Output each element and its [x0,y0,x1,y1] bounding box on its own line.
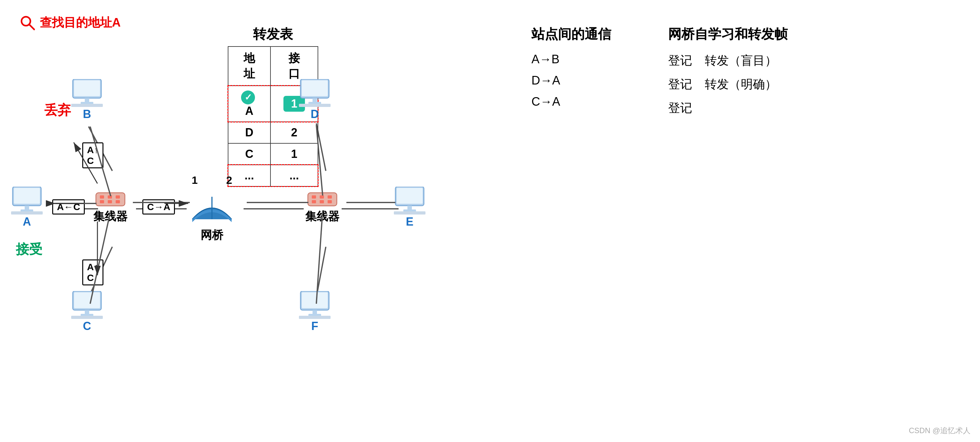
svg-rect-25 [85,310,89,315]
bridge-label: 网桥 [200,227,223,243]
computer-e-label: E [406,215,414,229]
svg-rect-43 [96,193,125,206]
svg-rect-48 [108,200,112,204]
svg-rect-54 [312,200,316,204]
left-hub-icon [95,190,126,209]
comm-entry-2: C→A [531,95,611,108]
main-container: 查找目的地址A 转发表 地址 接口 ✓A 1 [0,0,980,442]
right-hub: 集线器 [305,190,339,224]
svg-rect-32 [299,104,331,107]
computer-c-label: C [83,320,91,333]
svg-rect-24 [74,293,100,308]
right-hub-icon [307,190,338,209]
bridge-action-0: 登记 [668,52,692,68]
svg-rect-27 [71,316,103,319]
bridge-action-1: 登记 [668,76,692,92]
frame-c-right-a: C→A [142,199,175,215]
computer-d: D [298,79,332,121]
computer-c-icon [70,291,104,320]
computer-a: A [10,187,44,229]
bridge-action-2: 登记 [668,100,692,116]
port-d: 2 [270,122,318,143]
svg-rect-22 [71,104,103,107]
svg-rect-20 [85,98,89,102]
watermark: CSDN @追忆术人 [909,426,970,436]
comm-entry-0: A→B [531,52,611,66]
bridge-entry-0: 登记 转发（盲目） [668,52,788,68]
svg-rect-44 [100,196,104,199]
svg-rect-45 [108,196,112,199]
svg-line-6 [317,247,326,297]
table-row-dots: ... ... [228,165,318,186]
computer-f: F [298,291,332,333]
comm-text-0: A→B [531,52,560,66]
svg-rect-49 [116,200,120,204]
bridge-learning-col: 网桥自学习和转发帧 登记 转发（盲目） 登记 转发（明确） 登记 [668,25,788,124]
bridge-detail-1: 转发（明确） [705,76,777,92]
search-label: 查找目的地址A [19,14,121,31]
computer-e-icon [392,187,427,215]
svg-rect-47 [100,200,104,204]
search-icon [19,14,35,31]
table-row-c: C 1 [228,143,318,165]
addr-c: C [228,143,270,165]
svg-rect-52 [320,196,324,199]
svg-rect-19 [74,80,100,96]
comm-text-2: C→A [531,95,560,108]
svg-rect-55 [320,200,324,204]
col-header-addr: 地址 [228,46,270,86]
computer-e: E [392,187,427,229]
computer-c: C [70,291,104,333]
svg-rect-51 [312,196,316,199]
svg-rect-30 [313,98,317,102]
port-dots: ... [270,165,318,186]
table-row-d: D 2 [228,122,318,143]
svg-rect-42 [299,316,331,319]
svg-rect-34 [397,188,423,204]
comm-entry-1: D→A [531,74,611,87]
bridge-learning-title: 网桥自学习和转发帧 [668,25,788,43]
bridge-port-2-label: 2 [226,174,232,186]
bridge-entry-2: 登记 [668,100,788,116]
svg-rect-17 [11,211,43,215]
bridge-detail-0: 转发（盲目） [705,52,777,68]
svg-rect-39 [302,293,328,308]
svg-rect-29 [302,80,328,96]
computer-b: B [70,79,104,121]
svg-rect-50 [308,193,337,206]
svg-rect-14 [14,188,40,204]
port-c: 1 [270,143,318,165]
frame-ac-to-c: A↑C [82,259,103,285]
addr-d: D [228,122,270,143]
frame-ac-to-b: A↑C [82,142,103,169]
table-caption: 转发表 [228,25,318,46]
svg-rect-15 [25,206,29,210]
addr-a: ✓A [228,86,270,122]
right-hub-label: 集线器 [305,209,339,224]
svg-line-65 [317,210,323,304]
svg-rect-46 [116,196,120,199]
frame-a-left-c: A←C [52,199,85,215]
diagram-lines [0,0,980,442]
computer-f-icon [298,291,332,320]
bridge-port-1-label: 1 [192,174,198,186]
search-text: 查找目的地址A [40,14,121,31]
left-hub-label: 集线器 [93,209,127,224]
communication-title: 站点间的通信 [531,25,611,43]
left-hub: 集线器 [93,190,127,224]
computer-d-icon [298,79,332,108]
computer-f-label: F [311,320,318,333]
receive-label: 接受 [16,240,42,258]
watermark-text: CSDN @追忆术人 [909,426,970,435]
comm-text-1: D→A [531,74,560,87]
svg-rect-53 [328,196,332,199]
computer-b-icon [70,79,104,108]
discard-label: 丢弃 [44,101,71,119]
svg-rect-56 [328,200,332,204]
bridge-icon [187,188,237,226]
svg-rect-40 [313,310,317,315]
computer-a-label: A [23,215,31,229]
bridge-entry-1: 登记 转发（明确） [668,76,788,92]
bridge-device: 1 2 网桥 [187,174,237,243]
check-badge: ✓ [241,91,255,104]
